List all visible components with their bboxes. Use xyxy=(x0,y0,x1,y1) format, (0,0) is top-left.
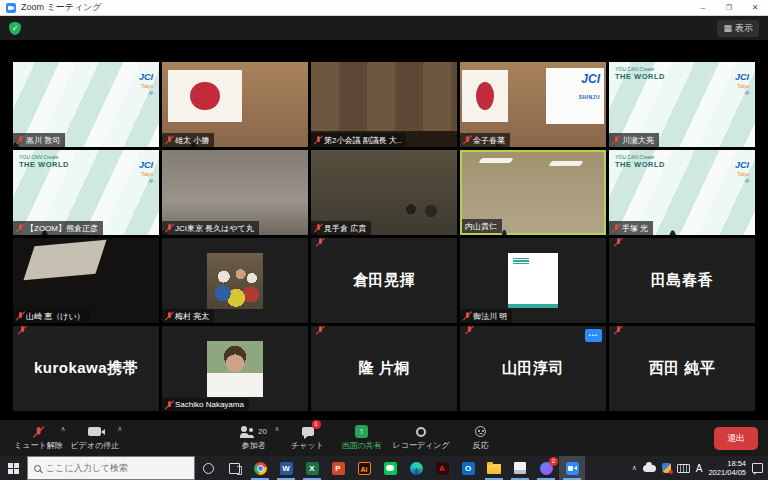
participant-tile[interactable]: 西田 純平 xyxy=(609,326,755,411)
acrobat-icon: A xyxy=(436,462,449,475)
security-shield-icon[interactable] xyxy=(9,22,21,35)
name-tag: 梅村 亮太 xyxy=(162,309,214,323)
reactions-button[interactable]: 反応 xyxy=(454,420,508,456)
audio-options-caret[interactable]: ∧ xyxy=(60,425,65,433)
security-tray-icon[interactable] xyxy=(662,463,671,473)
participants-options-caret[interactable]: ∧ xyxy=(274,425,279,433)
participants-icon xyxy=(240,426,255,437)
taskbar-clock[interactable]: 18:54 2021/04/05 xyxy=(708,459,746,478)
participants-button[interactable]: 20 参加者 ∧ xyxy=(227,420,281,456)
profile-photo xyxy=(207,341,263,397)
start-button[interactable] xyxy=(0,456,27,480)
name-tag: 黒川 敦司 xyxy=(13,133,65,147)
unmute-button[interactable]: ミュート解除 ∧ xyxy=(10,420,67,456)
leave-meeting-button[interactable]: 退出 xyxy=(714,427,758,450)
chat-button[interactable]: 1 チャット xyxy=(281,420,335,456)
participant-tile[interactable]: 田島春香 xyxy=(609,238,755,323)
name-tag: 川瀬大亮 xyxy=(609,133,659,147)
participant-tile[interactable]: JCI東京 長久はやて丸 xyxy=(162,150,308,235)
taskbar-zoom[interactable] xyxy=(559,456,585,480)
video-options-caret[interactable]: ∧ xyxy=(117,425,122,433)
close-button[interactable] xyxy=(742,0,768,16)
name-tag: Sachiko Nakayama xyxy=(162,398,249,411)
task-view-icon xyxy=(229,463,240,474)
muted-mic-icon xyxy=(316,326,324,335)
notes-icon xyxy=(514,462,526,474)
chrome-icon xyxy=(254,462,267,475)
taskbar-chrome[interactable] xyxy=(247,456,273,480)
jci-logo: JCITokyo xyxy=(139,154,153,195)
participant-tile[interactable]: 倉田晃揮 xyxy=(311,238,457,323)
participant-tile[interactable]: JCI SHINJU 金子春菜 xyxy=(460,62,606,147)
powerpoint-icon: P xyxy=(332,462,345,475)
gallery-grid-icon xyxy=(723,23,732,33)
task-view-button[interactable] xyxy=(221,456,247,480)
taskbar-powerpoint[interactable]: P xyxy=(325,456,351,480)
share-screen-button[interactable]: 画面の共有 xyxy=(335,420,389,456)
muted-mic-icon xyxy=(33,425,43,438)
participant-tile[interactable]: YOU CAN CreateTHE WORLD JCITokyo 【ZOOM】熊… xyxy=(13,150,159,235)
cortana-button[interactable] xyxy=(195,456,221,480)
taskbar-word[interactable]: W xyxy=(273,456,299,480)
more-options-button[interactable] xyxy=(585,329,602,342)
participant-tile[interactable]: 第2小会議 副議長 大.. xyxy=(311,62,457,147)
participant-tile[interactable]: 隆 片桐 xyxy=(311,326,457,411)
taskbar-search[interactable] xyxy=(27,456,195,480)
record-button[interactable]: レコーディング xyxy=(389,420,454,456)
participant-tile[interactable]: 梅村 亮太 xyxy=(162,238,308,323)
taskbar-notes[interactable] xyxy=(507,456,533,480)
window-titlebar: Zoom ミーティング xyxy=(0,0,768,16)
camera-icon xyxy=(88,427,101,436)
muted-mic-icon xyxy=(165,311,173,321)
muted-mic-icon xyxy=(614,326,622,335)
taskbar-file-explorer[interactable] xyxy=(481,456,507,480)
action-center-icon[interactable] xyxy=(752,463,763,473)
muted-mic-icon xyxy=(18,326,26,335)
participant-tile[interactable]: YOU CAN CreateTHE WORLD JCITokyo 川瀬大亮 xyxy=(609,62,755,147)
line-icon xyxy=(384,462,397,475)
taskbar-illustrator[interactable]: Ai xyxy=(351,456,377,480)
participant-tile[interactable]: kurokawa携帯 xyxy=(13,326,159,411)
ime-mode-indicator[interactable]: A xyxy=(696,463,703,474)
taskbar-excel[interactable]: X xyxy=(299,456,325,480)
muted-mic-icon xyxy=(316,238,324,247)
participant-tile-active-speaker[interactable]: 内山貴仁 xyxy=(460,150,606,235)
jci-logo: JCITokyo xyxy=(735,154,749,195)
participant-name-centered: kurokawa携帯 xyxy=(13,326,159,411)
taskbar-edge[interactable] xyxy=(403,456,429,480)
participant-tile[interactable]: Sachiko Nakayama xyxy=(162,326,308,411)
participant-tile[interactable]: 雄太 小勝 xyxy=(162,62,308,147)
participant-tile[interactable]: 山崎 恵（けい） xyxy=(13,238,159,323)
participant-tile[interactable]: YOU CAN CreateTHE WORLD JCITokyo 手塚 光 xyxy=(609,150,755,235)
chat-notification-badge: 1 xyxy=(312,420,321,429)
record-icon xyxy=(416,427,426,437)
taskbar-outlook[interactable]: O xyxy=(455,456,481,480)
taskbar-acrobat[interactable]: A xyxy=(429,456,455,480)
muted-mic-icon xyxy=(16,311,24,321)
maximize-button[interactable] xyxy=(716,0,742,16)
search-input[interactable] xyxy=(46,463,188,473)
onedrive-cloud-icon[interactable] xyxy=(643,465,656,472)
backdrop-theworld-text: YOU CAN CreateTHE WORLD xyxy=(615,155,665,169)
muted-mic-icon xyxy=(16,223,24,233)
hidden-icons-chevron[interactable]: ∧ xyxy=(632,464,637,472)
muted-mic-icon xyxy=(165,223,173,233)
participant-tile[interactable]: 山田淳司 xyxy=(460,326,606,411)
minimize-button[interactable] xyxy=(690,0,716,16)
illustrator-icon: Ai xyxy=(358,462,371,475)
ceiling-light-panel xyxy=(23,240,106,280)
windows-logo-icon xyxy=(8,463,19,474)
participant-tile[interactable]: JCITokyo 黒川 敦司 xyxy=(13,62,159,147)
jci-logo: JCITokyo xyxy=(139,66,153,107)
taskbar-line[interactable] xyxy=(377,456,403,480)
participant-tile[interactable]: 御法川 明 xyxy=(460,238,606,323)
view-button[interactable]: 表示 xyxy=(717,20,759,37)
stop-video-button[interactable]: ビデオの停止 ∧ xyxy=(67,420,124,456)
name-tag: 金子春菜 xyxy=(460,133,510,147)
zoom-icon xyxy=(566,462,579,475)
name-tag: 御法川 明 xyxy=(460,309,512,323)
taskbar-teams[interactable]: 2 xyxy=(533,456,559,480)
participant-tile[interactable]: 見手倉 広貴 xyxy=(311,150,457,235)
ime-toolbar-icon[interactable] xyxy=(677,464,690,473)
muted-mic-icon xyxy=(614,238,622,247)
